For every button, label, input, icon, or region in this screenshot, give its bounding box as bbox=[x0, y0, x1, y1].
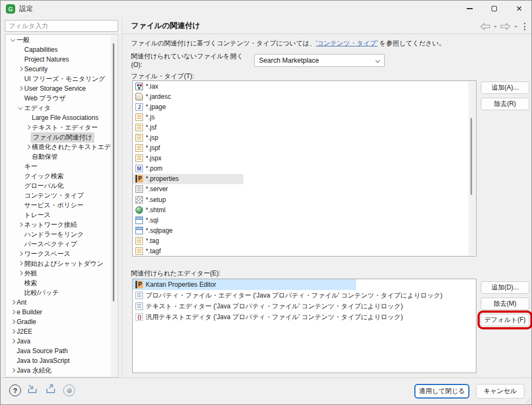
tree-item[interactable]: ファイルの関連付け bbox=[5, 132, 111, 142]
tree-item[interactable]: Java Source Path bbox=[5, 346, 111, 356]
tree-chevron-slot[interactable] bbox=[24, 146, 32, 148]
tree-item[interactable]: Project Natures bbox=[5, 55, 111, 64]
tree-chevron-slot[interactable] bbox=[16, 87, 24, 90]
tree-chevron-slot[interactable] bbox=[9, 39, 17, 41]
tree-item[interactable]: Java to JavaScript bbox=[5, 356, 111, 366]
tree-chevron-slot[interactable] bbox=[9, 311, 17, 314]
open-unassociated-dropdown[interactable]: Search Marketplace bbox=[254, 54, 385, 67]
file-list-scrollbar[interactable] bbox=[468, 82, 475, 255]
editor-row[interactable]: Kantan Properties Editor bbox=[133, 279, 356, 290]
tree-item[interactable]: 一般 bbox=[5, 35, 111, 45]
tree-item[interactable]: パースペクティブ bbox=[5, 239, 111, 249]
forward-dropdown-icon[interactable] bbox=[514, 26, 517, 29]
import-preferences-icon[interactable] bbox=[26, 383, 39, 397]
tree-chevron-slot[interactable] bbox=[9, 321, 17, 323]
file-type-row[interactable]: *.jspf bbox=[133, 143, 476, 153]
tree-item[interactable]: Java 永続化 bbox=[5, 366, 111, 375]
file-type-row[interactable]: *.jardesc bbox=[133, 91, 476, 102]
tree-item[interactable]: J2EE bbox=[5, 327, 111, 336]
tree-item[interactable]: 比較/パッチ bbox=[5, 288, 111, 298]
file-type-row[interactable]: *.pom bbox=[133, 164, 476, 174]
record-preferences-icon[interactable] bbox=[63, 384, 75, 396]
file-type-row[interactable]: *.shtml bbox=[133, 205, 476, 215]
tree-scrollbar-thumb[interactable] bbox=[113, 43, 114, 301]
file-type-row[interactable]: *.setup bbox=[133, 194, 476, 205]
view-menu-icon[interactable] bbox=[524, 22, 526, 31]
tree-chevron-slot[interactable] bbox=[9, 330, 17, 333]
tree-chevron-slot[interactable] bbox=[16, 194, 24, 197]
tree-item[interactable]: キー bbox=[5, 161, 111, 171]
file-type-row[interactable]: *.jsp bbox=[133, 132, 476, 143]
tree-chevron-slot[interactable] bbox=[16, 213, 24, 217]
tree-chevron-slot[interactable] bbox=[16, 174, 24, 178]
cancel-button[interactable]: キャンセル bbox=[476, 384, 524, 399]
tree-chevron-slot[interactable] bbox=[9, 369, 17, 372]
maximize-button[interactable] bbox=[482, 1, 507, 17]
tree-item[interactable]: 構造化されたテキストエディタ bbox=[5, 142, 111, 152]
tree-chevron-slot[interactable] bbox=[16, 97, 24, 100]
tree-item[interactable]: Java bbox=[5, 336, 111, 346]
file-type-action-button[interactable]: 除去(R) bbox=[481, 98, 529, 110]
back-dropdown-icon[interactable] bbox=[494, 26, 497, 29]
tree-chevron-slot[interactable] bbox=[16, 242, 24, 246]
file-type-row[interactable]: *.iax bbox=[133, 81, 476, 91]
tree-item[interactable]: UI フリーズ・モニタリング bbox=[5, 74, 111, 84]
tree-chevron-slot[interactable] bbox=[16, 253, 24, 255]
file-type-row[interactable]: *.jpage bbox=[133, 102, 476, 112]
tree-chevron-slot[interactable] bbox=[9, 340, 17, 343]
file-type-row[interactable]: *.sql bbox=[133, 215, 476, 225]
tree-item[interactable]: テキスト・エディター bbox=[5, 123, 111, 132]
back-icon[interactable] bbox=[480, 23, 490, 30]
tree-item[interactable]: トレース bbox=[5, 210, 111, 220]
tree-item[interactable]: コンテンツ・タイプ bbox=[5, 191, 111, 200]
tree-item[interactable]: ワークスペース bbox=[5, 249, 111, 259]
tree-chevron-slot[interactable] bbox=[16, 68, 24, 71]
tree-scrollbar[interactable] bbox=[111, 35, 117, 376]
tree-item[interactable]: サービス・ポリシー bbox=[5, 200, 111, 210]
tree-item[interactable]: Gradle bbox=[5, 317, 111, 327]
tree-chevron-slot[interactable] bbox=[16, 48, 24, 51]
tree-chevron-slot[interactable] bbox=[16, 77, 24, 80]
editor-row[interactable]: プロパティ・ファイル・エディター ('Java プロパティ・ファイル' コンテン… bbox=[133, 290, 476, 301]
tree-item[interactable]: Large File Associations bbox=[5, 113, 111, 123]
tree-chevron-slot[interactable] bbox=[16, 204, 24, 207]
file-type-row[interactable]: *.jsf bbox=[133, 122, 476, 132]
file-type-action-button[interactable]: 追加(A)... bbox=[481, 82, 529, 94]
file-type-row[interactable]: *.tagf bbox=[133, 246, 476, 256]
editor-action-button[interactable]: 除去(M) bbox=[481, 298, 529, 310]
tree-item[interactable]: e Builder bbox=[5, 307, 111, 317]
tree-item[interactable]: User Storage Service bbox=[5, 84, 111, 93]
file-type-row[interactable]: *.js bbox=[133, 112, 476, 122]
export-preferences-icon[interactable] bbox=[45, 383, 58, 397]
tree-item[interactable]: クイック検索 bbox=[5, 171, 111, 181]
tree-item[interactable]: 自動保管 bbox=[5, 152, 111, 161]
tree-item[interactable]: エディタ bbox=[5, 103, 111, 113]
tree-chevron-slot[interactable] bbox=[16, 262, 24, 265]
file-type-row[interactable]: *.tag bbox=[133, 235, 476, 246]
close-button[interactable]: ✕ bbox=[507, 1, 531, 17]
tree-item[interactable]: 開始およびシャットダウン bbox=[5, 259, 111, 268]
tree-chevron-slot[interactable] bbox=[16, 224, 24, 226]
tree-chevron-slot[interactable] bbox=[24, 155, 32, 158]
tree-item[interactable]: Ant bbox=[5, 298, 111, 307]
help-icon[interactable]: ? bbox=[9, 384, 21, 396]
tree-chevron-slot[interactable] bbox=[16, 107, 24, 109]
file-list-scrollbar-thumb[interactable] bbox=[470, 118, 472, 195]
editor-action-button[interactable]: 追加(D)... bbox=[481, 281, 529, 294]
file-type-row[interactable]: *.properties bbox=[133, 174, 243, 184]
minimize-button[interactable] bbox=[457, 1, 482, 17]
tree-chevron-slot[interactable] bbox=[16, 272, 24, 275]
tree-chevron-slot[interactable] bbox=[16, 291, 24, 294]
tree-chevron-slot[interactable] bbox=[16, 58, 24, 61]
file-type-row[interactable]: *.jspx bbox=[133, 153, 476, 164]
tree-item[interactable]: 検索 bbox=[5, 278, 111, 288]
tree-chevron-slot[interactable] bbox=[16, 184, 24, 187]
tree-item[interactable]: Capabilities bbox=[5, 45, 111, 55]
tree-item[interactable]: ネットワーク接続 bbox=[5, 220, 111, 230]
tree-item[interactable]: グローバル化 bbox=[5, 181, 111, 191]
editor-action-button[interactable]: デフォルト(F) bbox=[481, 314, 529, 326]
file-type-row[interactable]: *.sqlpage bbox=[133, 225, 476, 235]
editor-row[interactable]: テキスト・エディター ('Java プロパティ・ファイル' コンテンツ・タイプに… bbox=[133, 301, 476, 312]
tree-chevron-slot[interactable] bbox=[16, 281, 24, 285]
file-type-row[interactable]: *.server bbox=[133, 184, 476, 194]
